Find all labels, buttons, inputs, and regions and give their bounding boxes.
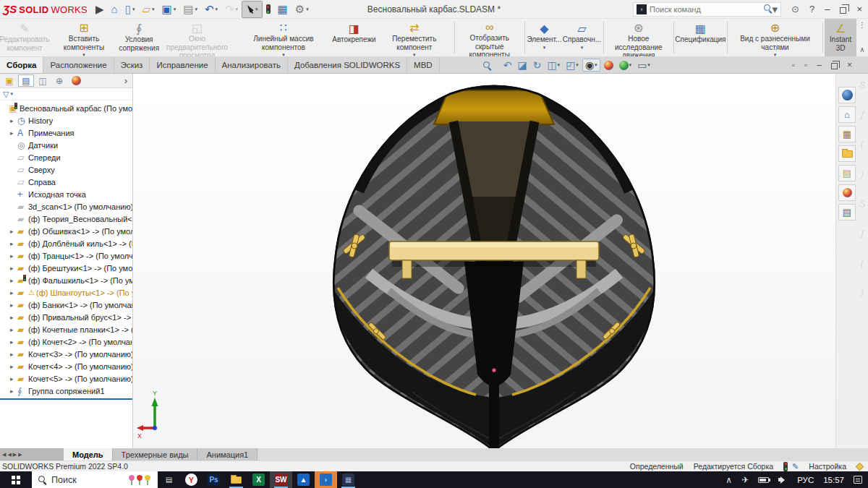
dropdown-caret-icon[interactable]: ▾	[558, 62, 561, 68]
tree-item-part[interactable]: ▸▰(ф) Фальшкиль<1> -> (По умолчанию)	[0, 274, 132, 286]
property-manager-tab[interactable]: ◫	[35, 74, 51, 87]
start-button[interactable]	[0, 471, 32, 488]
graphics-viewport[interactable]: Y X	[133, 74, 835, 448]
dropdown-caret-icon[interactable]: ▾	[152, 7, 155, 12]
tree-item-part[interactable]: ▸▰(ф) Кочетные планки<1> -> (По умолчани…	[0, 323, 132, 335]
command-search[interactable]: › ▾	[633, 2, 781, 17]
tab-scroll-arrow-icon[interactable]: ▶	[18, 452, 22, 458]
media-app-button[interactable]: ▤	[158, 471, 180, 488]
tree-item-part[interactable]: ▸▰(ф) Транцы<1> -> (По умолчанию)	[0, 249, 132, 262]
tree-item-part[interactable]: ▸▰(ф) Долблёный киль<1> -> (По умолчанию…	[0, 237, 132, 249]
dropdown-caret-icon[interactable]: ▾	[236, 7, 239, 12]
print-button[interactable]: ▤▾	[179, 1, 201, 18]
tab-добавления-solidworks[interactable]: Добавления SOLIDWORKS	[288, 57, 407, 73]
tree-item-part[interactable]: ▸▰(ф) Обшивка<1> -> (По умолчанию)	[0, 225, 132, 237]
tree-item-plane[interactable]: ▱Спереди	[0, 151, 132, 163]
doc-tab-1[interactable]: Модель	[64, 448, 113, 461]
component-preview-window-button[interactable]: ◱Окно предварительного просмотра компоне…	[159, 19, 234, 56]
tree-item-part[interactable]: ▸▰(ф) Брештуки<1> -> (По умолчанию)	[0, 262, 132, 274]
command-list-button[interactable]: ▦	[274, 1, 292, 18]
tree-item-part[interactable]: ▸▰⚠(ф) Шпангоуты<1> -> (По умолчанию)	[0, 286, 132, 299]
filter-funnel-icon[interactable]: ▽	[3, 90, 9, 98]
yandex-browser-button[interactable]: Y	[180, 471, 203, 488]
volume-icon[interactable]	[778, 476, 788, 484]
tree-item-history[interactable]: ▸◷History	[0, 114, 132, 127]
dropdown-caret-icon[interactable]: ▾	[543, 45, 546, 51]
feature-tree-tab[interactable]: ▤	[18, 74, 34, 87]
doc-tile-window-icon[interactable]: ▫	[804, 61, 807, 69]
exploded-view-button[interactable]: ⊕Вид с разнесенными частями▾	[729, 19, 821, 56]
tab-scroll-arrow-icon[interactable]: ◀	[7, 452, 11, 458]
tree-item-mate-group[interactable]: ▸∮Группа сопряжений1	[0, 385, 132, 397]
doc-minimize-icon[interactable]: –	[817, 61, 822, 69]
zoom-to-area-button[interactable]	[495, 64, 500, 66]
tree-item-part[interactable]: ▸▰(ф) Кочет<2> -> (По умолчанию)	[0, 335, 132, 348]
view-settings-button[interactable]: ▭▾	[635, 59, 652, 71]
rotate-view-button[interactable]: ↻	[531, 59, 544, 71]
rollback-bar[interactable]	[0, 398, 132, 400]
tab-расположение[interactable]: Расположение	[43, 57, 114, 73]
expand-arrow-icon[interactable]: ▸	[10, 301, 17, 309]
expand-arrow-icon[interactable]: ▸	[10, 326, 17, 333]
ribbon-collapse-icon[interactable]: ∧	[859, 46, 864, 53]
photoshop-button[interactable]: Ps	[203, 471, 225, 488]
tree-item-part[interactable]: ▸▰(ф) Привальный брус<1> -> (По умолчани…	[0, 311, 132, 323]
assembly-manager-tab[interactable]: ▣	[1, 74, 17, 87]
tab-исправление[interactable]: Исправление	[150, 57, 215, 73]
search-magnifier-icon[interactable]	[763, 4, 773, 13]
configuration-manager-tab[interactable]: ⊕	[51, 74, 67, 87]
dropdown-caret-icon[interactable]: ▾	[576, 62, 579, 68]
view-orientation-button[interactable]: ◰▾	[563, 59, 581, 71]
file-explorer-button[interactable]	[225, 471, 247, 488]
expand-panel-arrow[interactable]: ›	[121, 74, 131, 87]
tree-item-part[interactable]: ▰(ф) Теория_Весновальный<1>	[0, 213, 132, 225]
help-icon[interactable]: ?	[809, 4, 814, 14]
dropdown-caret-icon[interactable]: ▾	[413, 52, 416, 56]
expand-arrow-icon[interactable]: ▸	[10, 351, 17, 358]
apply-scene-button[interactable]: ▾	[617, 60, 634, 71]
tab-scroll-arrow-icon[interactable]: ▶	[13, 452, 17, 458]
doc-new-window-icon[interactable]: ▫	[792, 61, 795, 69]
expand-arrow-icon[interactable]: ▸	[10, 129, 17, 137]
photos-app-button[interactable]: ▲	[292, 471, 315, 488]
doc-tab-2[interactable]: Трехмерные виды	[113, 448, 198, 461]
airplane-mode-icon[interactable]: ✈	[741, 476, 749, 484]
expand-arrow-icon[interactable]: ▸	[10, 252, 17, 260]
doc-restore-icon[interactable]	[831, 63, 838, 69]
linear-component-pattern-button[interactable]: ∷Линейный массив компонентов▾	[235, 19, 333, 56]
tree-item-plane[interactable]: ▱Сверху	[0, 163, 132, 176]
display-style-button[interactable]: ◉▾	[582, 59, 600, 72]
tree-item-part[interactable]: ▸▰(ф) Банки<1> -> (По умолчанию)	[0, 299, 132, 311]
expand-arrow-icon[interactable]: ▸	[10, 117, 17, 124]
solidworks-resources-tab[interactable]	[838, 87, 856, 103]
brand-flyout-button[interactable]: ▶	[92, 1, 108, 18]
new-motion-study-button[interactable]: ⊛Новое исследование движения	[605, 19, 672, 56]
clock[interactable]: 15:57	[823, 476, 844, 484]
restore-icon[interactable]	[840, 7, 846, 14]
custom-toolbar-label[interactable]: Настройка	[809, 462, 846, 471]
dropdown-caret-icon[interactable]: ▾	[581, 45, 584, 51]
settings-gear-button[interactable]: ⚙▾	[292, 1, 312, 18]
dropdown-caret-icon[interactable]: ▾	[82, 52, 85, 56]
tab-эскиз[interactable]: Эскиз	[114, 57, 150, 73]
taskbar-search[interactable]	[32, 471, 158, 488]
expand-arrow-icon[interactable]: ▸	[10, 375, 17, 382]
reference-geometry-button[interactable]: ▱Справочн...▾	[562, 19, 601, 56]
tree-item-part[interactable]: ▸▰Кочет<4> -> (По умолчанию)	[0, 360, 132, 372]
open-button[interactable]: ▱▾	[138, 1, 158, 18]
user-account-icon[interactable]: ⊙	[791, 4, 799, 14]
search-dropdown-icon[interactable]: ▾	[773, 4, 778, 14]
instant-3d-button[interactable]: ∠Instant 3D	[825, 19, 856, 56]
tag-icon[interactable]	[856, 462, 864, 470]
tab-анализировать[interactable]: Анализировать	[216, 57, 288, 73]
edit-component-button[interactable]: ✎Редактировать компонент	[0, 19, 49, 56]
dropdown-caret-icon[interactable]: ▾	[282, 52, 285, 56]
home-button[interactable]: ⌂	[108, 1, 122, 18]
custom-properties-tab[interactable]: ▤	[838, 204, 856, 221]
save-button[interactable]: ▣▾	[158, 1, 179, 18]
ribbon-overflow-icon[interactable]: ⋮	[859, 22, 866, 29]
section-view-button[interactable]: ◪	[515, 59, 529, 71]
tree-item-origin[interactable]: +Исходная точка	[0, 188, 132, 200]
notification-center-icon[interactable]	[854, 476, 862, 484]
file-explorer-pane-tab[interactable]	[838, 145, 856, 162]
